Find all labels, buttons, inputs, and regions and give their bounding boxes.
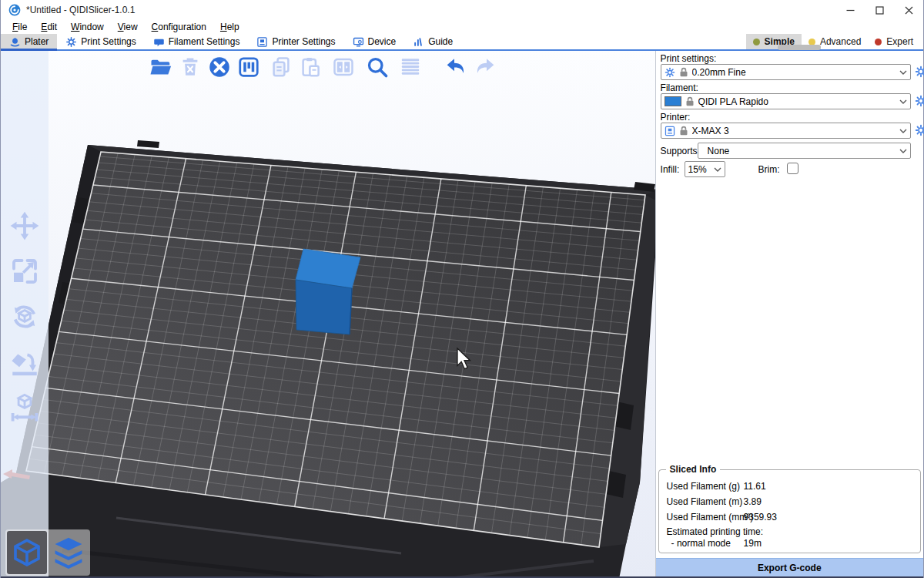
- titlebar[interactable]: *Untitled - QIDISlicer-1.0.1: [1, 0, 923, 20]
- maximize-icon: [875, 6, 884, 15]
- brim-checkbox[interactable]: [787, 163, 798, 174]
- menu-edit[interactable]: Edit: [34, 21, 64, 33]
- rotate-icon: [8, 301, 41, 333]
- layers-preview-icon: [52, 536, 85, 570]
- preview-view-button[interactable]: [49, 531, 89, 574]
- sidebar-collapse-handle[interactable]: [778, 45, 821, 50]
- tab-filament-settings[interactable]: Filament Settings: [145, 34, 249, 49]
- chevron-down-icon: [714, 167, 721, 172]
- menu-configuration[interactable]: Configuration: [145, 21, 213, 33]
- preset-gear-icon: [665, 67, 675, 78]
- infill-select[interactable]: 15%: [685, 161, 725, 177]
- search-icon: [366, 55, 389, 79]
- filament-value: QIDI PLA Rapido: [698, 96, 896, 107]
- lock-icon: [679, 126, 688, 136]
- tab-label: Filament Settings: [169, 36, 240, 47]
- mode-expert[interactable]: Expert: [868, 34, 920, 49]
- tab-print-settings[interactable]: Print Settings: [57, 34, 144, 49]
- printer-select[interactable]: X-MAX 3: [661, 123, 911, 139]
- model-cube[interactable]: [296, 249, 360, 334]
- lock-icon: [679, 67, 688, 77]
- print-settings-select[interactable]: 0.20mm Fine: [661, 64, 911, 80]
- delete-icon: [179, 55, 202, 79]
- delete-all-button[interactable]: [206, 53, 233, 81]
- move-icon: [8, 210, 41, 242]
- filament-gear-button[interactable]: [915, 95, 924, 107]
- 3d-view-cube-icon: [12, 537, 42, 568]
- tab-device[interactable]: Device: [344, 34, 405, 49]
- search-button[interactable]: [363, 53, 391, 81]
- 3d-viewport[interactable]: [1, 51, 655, 578]
- gear-icon: [65, 36, 77, 48]
- printer-gear-button[interactable]: [915, 124, 924, 136]
- sliced-info-row-value: 11.61: [744, 481, 766, 492]
- tab-guide[interactable]: Guide: [404, 34, 461, 49]
- menu-view[interactable]: View: [111, 21, 145, 33]
- export-gcode-button[interactable]: Export G-code: [656, 558, 923, 576]
- lock-icon: [685, 96, 695, 106]
- mode-label: Expert: [886, 36, 913, 47]
- open-button[interactable]: [147, 53, 175, 81]
- menu-window[interactable]: Window: [64, 21, 111, 33]
- close-button[interactable]: [894, 0, 923, 20]
- supports-select[interactable]: None: [698, 143, 911, 159]
- simple-dot-icon: [753, 39, 760, 45]
- menubar: File Edit Window View Configuration Help: [1, 20, 923, 34]
- infill-value: 15%: [688, 164, 710, 175]
- copy-button[interactable]: [267, 53, 295, 81]
- menu-help[interactable]: Help: [213, 21, 246, 33]
- sliced-info-title: Sliced Info: [666, 464, 721, 475]
- delete-button[interactable]: [176, 53, 204, 81]
- minimize-button[interactable]: [835, 0, 865, 20]
- printer-mini-icon: [665, 126, 675, 136]
- sliced-info-row-value: 9359.93: [744, 512, 777, 523]
- sliced-info-time-value: 19m: [744, 538, 762, 549]
- measure-icon: [8, 391, 41, 424]
- device-icon: [353, 36, 364, 48]
- sliced-info-panel: Sliced Info Used Filament (g) 11.61 Used…: [658, 469, 921, 553]
- undo-icon: [444, 55, 468, 79]
- open-folder-icon: [149, 55, 172, 79]
- filament-select[interactable]: QIDI PLA Rapido: [661, 93, 911, 109]
- chevron-down-icon: [899, 149, 907, 153]
- brim-label: Brim:: [758, 164, 780, 175]
- print-settings-label: Print settings:: [661, 53, 717, 64]
- tab-plater[interactable]: Plater: [1, 34, 57, 49]
- arrange-button[interactable]: [235, 53, 263, 81]
- tab-label: Guide: [428, 36, 453, 47]
- sliced-info-time-header: Estimated printing time:: [667, 526, 763, 537]
- undo-button[interactable]: [442, 53, 470, 81]
- arrange-icon: [237, 55, 260, 79]
- transform-toolbar: [1, 51, 49, 578]
- paste-button[interactable]: [296, 53, 324, 81]
- redo-button[interactable]: [471, 53, 499, 81]
- tab-label: Device: [368, 36, 397, 47]
- measure-button[interactable]: [8, 391, 42, 425]
- minimize-icon: [846, 6, 855, 15]
- redo-icon: [473, 55, 497, 79]
- mode-label: Advanced: [820, 36, 861, 47]
- object-toolbar: [147, 53, 499, 81]
- chevron-down-icon: [899, 99, 907, 104]
- rotate-button[interactable]: [8, 300, 42, 334]
- place-on-face-button[interactable]: [8, 345, 42, 379]
- app-logo-icon: [8, 4, 21, 16]
- print-settings-gear-button[interactable]: [915, 66, 924, 78]
- maximize-button[interactable]: [865, 0, 894, 20]
- scale-button[interactable]: [8, 254, 42, 288]
- infill-label: Infill:: [661, 164, 680, 175]
- menu-file[interactable]: File: [5, 21, 34, 33]
- place-on-face-icon: [8, 346, 41, 378]
- scene-canvas[interactable]: [1, 51, 655, 578]
- printer-label: Printer:: [661, 112, 691, 123]
- tab-printer-settings[interactable]: Printer Settings: [248, 34, 343, 49]
- layer-height-icon: [399, 55, 422, 79]
- 3d-editor-view-button[interactable]: [7, 531, 47, 574]
- variable-layer-height-button[interactable]: [397, 53, 424, 81]
- sliced-info-row-label: Used Filament (m): [667, 496, 743, 507]
- sliced-info-row-label: Used Filament (g): [667, 481, 740, 492]
- tab-label: Plater: [25, 36, 49, 47]
- tab-label: Print Settings: [81, 36, 136, 47]
- split-objects-button[interactable]: [330, 53, 357, 81]
- move-button[interactable]: [8, 209, 42, 243]
